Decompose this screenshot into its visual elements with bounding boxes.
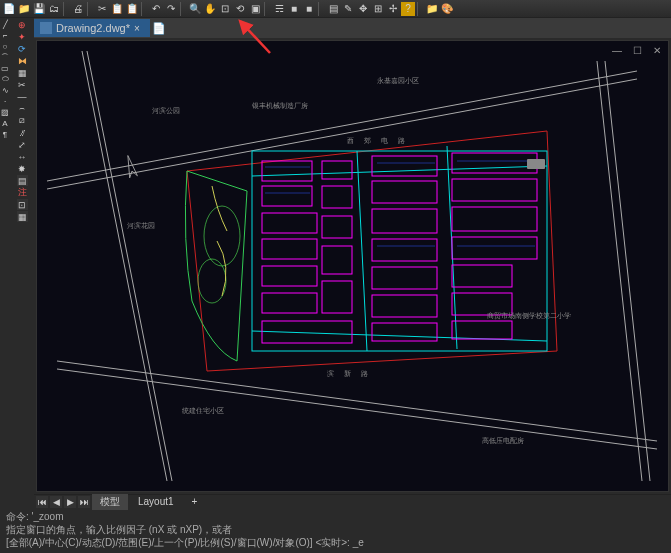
cmd-text-2: 指定窗口的角点，输入比例因子 (nX 或 nXP)，或者: [6, 523, 665, 536]
layer-icon[interactable]: ▤: [17, 175, 28, 186]
file-tab[interactable]: Drawing2.dwg* ×: [34, 19, 150, 37]
paste-icon[interactable]: 📋: [125, 2, 139, 16]
zoom-prev-icon[interactable]: ⟲: [233, 2, 247, 16]
nav-next-button[interactable]: ▶: [64, 496, 76, 508]
open-icon[interactable]: 📁: [17, 2, 31, 16]
label-housing: 统建住宅小区: [182, 406, 224, 416]
svg-line-14: [252, 166, 547, 176]
saveall-icon[interactable]: 🗂: [47, 2, 61, 16]
print-icon[interactable]: 🖨: [71, 2, 85, 16]
rect-icon[interactable]: ▭: [0, 63, 10, 73]
move-icon[interactable]: ⊕: [17, 19, 28, 30]
document-area: Drawing2.dwg* × 📄 — ☐ ✕: [34, 18, 671, 508]
add-layout-button[interactable]: +: [184, 495, 206, 508]
svg-point-11: [204, 206, 240, 266]
label-road2: 滨 新 路: [327, 369, 372, 379]
new-tab-button[interactable]: 📄: [150, 19, 168, 37]
svg-point-12: [198, 259, 226, 303]
separator: [264, 2, 270, 16]
rotate-icon[interactable]: ⟳: [17, 43, 28, 54]
trim-icon[interactable]: ✂: [17, 79, 28, 90]
copy-icon[interactable]: 📋: [110, 2, 124, 16]
help-icon[interactable]: ?: [401, 2, 415, 16]
blocks-icon[interactable]: ■: [302, 2, 316, 16]
grid-icon[interactable]: ⊞: [371, 2, 385, 16]
array-icon[interactable]: ▦: [17, 67, 28, 78]
svg-rect-21: [262, 239, 317, 259]
explode-icon[interactable]: ✸: [17, 163, 28, 174]
svg-line-7: [57, 369, 657, 449]
point-icon[interactable]: ·: [0, 96, 10, 106]
zoom-extents-icon[interactable]: ⊡: [218, 2, 232, 16]
svg-line-9: [605, 61, 650, 481]
redo-icon[interactable]: ↷: [164, 2, 178, 16]
svg-rect-41: [452, 265, 512, 287]
copy2-icon[interactable]: ✦: [17, 31, 28, 42]
svg-rect-40: [452, 237, 537, 259]
nav-last-button[interactable]: ⏭: [78, 496, 90, 508]
svg-rect-27: [322, 246, 352, 274]
pan-icon[interactable]: ✋: [203, 2, 217, 16]
chamfer-icon[interactable]: ⧄: [17, 115, 28, 126]
svg-rect-43: [452, 321, 512, 339]
svg-rect-20: [262, 213, 317, 233]
main-area: ╱ ⌐ ○ ⌒ ▭ ⬭ ∿ · ▨ A ¶ ⊕ ✦ ⟳ ⧓ ▦ ✂ — ⌢ ⧄ …: [0, 18, 671, 508]
label-road1: 西 郊 电 路: [347, 136, 409, 146]
label-power: 高低压电配房: [482, 436, 524, 446]
osnap-icon[interactable]: ✥: [356, 2, 370, 16]
new-icon[interactable]: 📄: [2, 2, 16, 16]
label-park: 河滨公园: [152, 106, 180, 116]
scale-icon[interactable]: ⤢: [17, 139, 28, 150]
save-icon[interactable]: 💾: [32, 2, 46, 16]
extend-icon[interactable]: —: [17, 91, 28, 102]
svg-rect-32: [372, 209, 437, 233]
command-line[interactable]: 命令: '_zoom 指定窗口的角点，输入比例因子 (nX 或 nXP)，或者 …: [0, 508, 671, 548]
model-tab[interactable]: 模型: [92, 494, 128, 510]
separator: [63, 2, 69, 16]
nav-prev-button[interactable]: ◀: [50, 496, 62, 508]
layout-tabbar: ⏮ ◀ ▶ ⏭ 模型 Layout1 +: [34, 494, 671, 508]
offset-icon[interactable]: ⫽: [17, 127, 28, 138]
dwg-icon: [40, 22, 52, 34]
nav-first-button[interactable]: ⏮: [36, 496, 48, 508]
mtext-icon[interactable]: ¶: [0, 129, 10, 139]
dim-icon[interactable]: ▤: [326, 2, 340, 16]
color-icon[interactable]: 🎨: [440, 2, 454, 16]
note-icon[interactable]: 注: [17, 187, 28, 198]
cut-icon[interactable]: ✂: [95, 2, 109, 16]
separator: [141, 2, 147, 16]
svg-rect-30: [372, 156, 437, 176]
label-school: 商贸市场南侧学校第二小学: [487, 311, 571, 321]
svg-rect-18: [262, 161, 312, 181]
ortho-icon[interactable]: ✎: [341, 2, 355, 16]
snap-icon[interactable]: ✢: [386, 2, 400, 16]
props-icon[interactable]: ☴: [272, 2, 286, 16]
svg-line-8: [597, 61, 642, 481]
separator: [87, 2, 93, 16]
line-icon[interactable]: ╱: [0, 19, 10, 29]
circle-icon[interactable]: ○: [0, 41, 10, 51]
stretch-icon[interactable]: ↔: [17, 151, 28, 162]
fillet-icon[interactable]: ⌢: [17, 103, 28, 114]
file-tab-label: Drawing2.dwg*: [56, 22, 130, 34]
svg-rect-35: [372, 295, 437, 317]
polyline-icon[interactable]: ⌐: [0, 30, 10, 40]
drawing-canvas[interactable]: — ☐ ✕: [36, 40, 669, 492]
ellipse-icon[interactable]: ⬭: [0, 74, 10, 84]
hatch-icon[interactable]: ▨: [0, 107, 10, 117]
layout-tab[interactable]: Layout1: [130, 495, 182, 508]
spline-icon[interactable]: ∿: [0, 85, 10, 95]
select-icon[interactable]: ▣: [248, 2, 262, 16]
undo-icon[interactable]: ↶: [149, 2, 163, 16]
measure-icon[interactable]: ▦: [17, 211, 28, 222]
svg-rect-24: [322, 161, 352, 179]
dim2-icon[interactable]: ⊡: [17, 199, 28, 210]
palette-icon[interactable]: 📁: [425, 2, 439, 16]
drawing-content: [37, 41, 668, 491]
close-tab-icon[interactable]: ×: [134, 23, 144, 34]
zoom-window-icon[interactable]: 🔍: [188, 2, 202, 16]
arc-icon[interactable]: ⌒: [0, 52, 10, 62]
mirror-icon[interactable]: ⧓: [17, 55, 28, 66]
text-icon[interactable]: A: [0, 118, 10, 128]
layers-icon[interactable]: ■: [287, 2, 301, 16]
